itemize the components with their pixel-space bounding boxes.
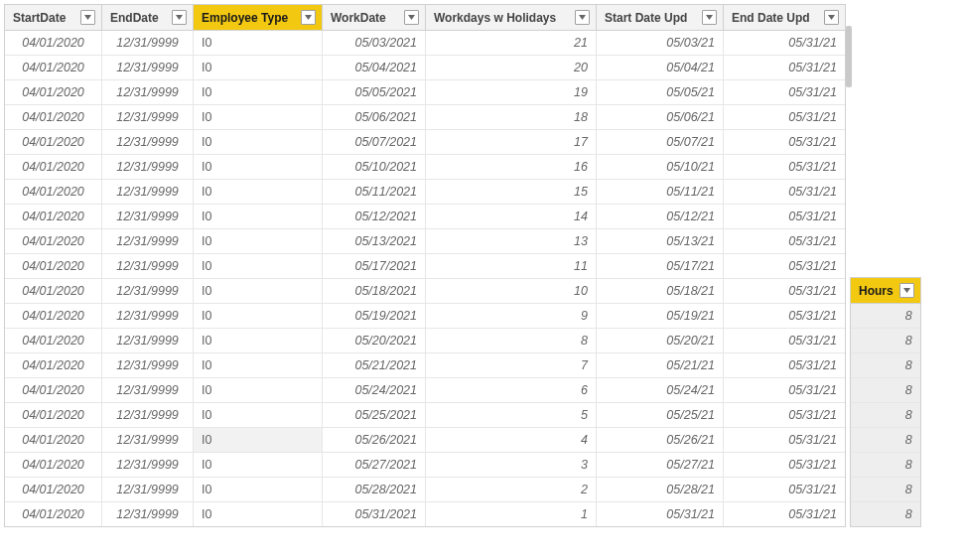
table-row[interactable]: 04/01/202012/31/9999I005/03/20212105/03/… — [5, 31, 845, 56]
cell-emp[interactable]: I0 — [194, 304, 323, 329]
cell-eupd[interactable]: 05/31/21 — [724, 31, 845, 56]
table-row[interactable]: 04/01/202012/31/9999I005/19/2021905/19/2… — [5, 304, 845, 329]
cell-work[interactable]: 05/25/2021 — [323, 403, 426, 428]
cell-supd[interactable]: 05/20/21 — [597, 329, 724, 353]
cell-emp[interactable]: I0 — [194, 229, 323, 254]
col-header-endupd[interactable]: End Date Upd — [724, 5, 845, 31]
cell-end[interactable]: 12/31/9999 — [102, 105, 194, 130]
cell-eupd[interactable]: 05/31/21 — [724, 80, 845, 105]
cell-supd[interactable]: 05/07/21 — [597, 130, 724, 155]
cell-end[interactable]: 12/31/9999 — [102, 378, 194, 403]
cell-start[interactable]: 04/01/2020 — [5, 80, 102, 105]
cell-eupd[interactable]: 05/31/21 — [724, 105, 845, 130]
cell-supd[interactable]: 05/24/21 — [597, 378, 724, 403]
cell-eupd[interactable]: 05/31/21 — [724, 155, 845, 180]
cell-end[interactable]: 12/31/9999 — [102, 229, 194, 254]
cell-end[interactable]: 12/31/9999 — [102, 329, 194, 353]
table-row[interactable]: 8 — [851, 329, 920, 353]
cell-work[interactable]: 05/28/2021 — [323, 478, 426, 502]
table-row[interactable]: 8 — [851, 304, 920, 329]
table-row[interactable]: 04/01/202012/31/9999I005/04/20212005/04/… — [5, 56, 845, 80]
cell-end[interactable]: 12/31/9999 — [102, 353, 194, 378]
filter-dropdown-enddate[interactable] — [172, 10, 187, 25]
cell-work[interactable]: 05/26/2021 — [323, 428, 426, 453]
cell-wd[interactable]: 7 — [426, 353, 597, 378]
cell-hours[interactable]: 8 — [851, 428, 920, 453]
cell-emp[interactable]: I0 — [194, 180, 323, 205]
cell-work[interactable]: 05/17/2021 — [323, 254, 426, 279]
cell-emp[interactable]: I0 — [194, 502, 323, 526]
cell-supd[interactable]: 05/18/21 — [597, 279, 724, 304]
cell-wd[interactable]: 21 — [426, 31, 597, 56]
cell-emp[interactable]: I0 — [194, 205, 323, 229]
cell-emp[interactable]: I0 — [194, 105, 323, 130]
cell-eupd[interactable]: 05/31/21 — [724, 180, 845, 205]
cell-start[interactable]: 04/01/2020 — [5, 403, 102, 428]
table-row[interactable]: 04/01/202012/31/9999I005/26/2021405/26/2… — [5, 428, 845, 453]
col-header-startdate[interactable]: StartDate — [5, 5, 102, 31]
cell-start[interactable]: 04/01/2020 — [5, 130, 102, 155]
cell-hours[interactable]: 8 — [851, 453, 920, 478]
cell-end[interactable]: 12/31/9999 — [102, 403, 194, 428]
table-row[interactable]: 04/01/202012/31/9999I005/28/2021205/28/2… — [5, 478, 845, 502]
cell-emp[interactable]: I0 — [194, 453, 323, 478]
table-row[interactable]: 04/01/202012/31/9999I005/12/20211405/12/… — [5, 205, 845, 229]
cell-end[interactable]: 12/31/9999 — [102, 205, 194, 229]
cell-eupd[interactable]: 05/31/21 — [724, 130, 845, 155]
cell-end[interactable]: 12/31/9999 — [102, 254, 194, 279]
table-row[interactable]: 04/01/202012/31/9999I005/27/2021305/27/2… — [5, 453, 845, 478]
cell-emp[interactable]: I0 — [194, 428, 323, 453]
cell-work[interactable]: 05/05/2021 — [323, 80, 426, 105]
cell-work[interactable]: 05/18/2021 — [323, 279, 426, 304]
cell-wd[interactable]: 9 — [426, 304, 597, 329]
cell-wd[interactable]: 19 — [426, 80, 597, 105]
table-row[interactable]: 8 — [851, 453, 920, 478]
vertical-scrollbar[interactable] — [846, 26, 852, 87]
cell-work[interactable]: 05/31/2021 — [323, 502, 426, 526]
cell-emp[interactable]: I0 — [194, 130, 323, 155]
col-header-employeetype[interactable]: Employee Type — [194, 5, 323, 31]
table-row[interactable]: 04/01/202012/31/9999I005/10/20211605/10/… — [5, 155, 845, 180]
cell-start[interactable]: 04/01/2020 — [5, 353, 102, 378]
cell-end[interactable]: 12/31/9999 — [102, 180, 194, 205]
cell-work[interactable]: 05/19/2021 — [323, 304, 426, 329]
cell-work[interactable]: 05/24/2021 — [323, 378, 426, 403]
cell-start[interactable]: 04/01/2020 — [5, 304, 102, 329]
cell-work[interactable]: 05/07/2021 — [323, 130, 426, 155]
table-row[interactable]: 04/01/202012/31/9999I005/25/2021505/25/2… — [5, 403, 845, 428]
cell-hours[interactable]: 8 — [851, 502, 920, 526]
cell-supd[interactable]: 05/04/21 — [597, 56, 724, 80]
cell-wd[interactable]: 15 — [426, 180, 597, 205]
cell-eupd[interactable]: 05/31/21 — [724, 453, 845, 478]
cell-emp[interactable]: I0 — [194, 403, 323, 428]
filter-dropdown-endupd[interactable] — [824, 10, 839, 25]
cell-end[interactable]: 12/31/9999 — [102, 130, 194, 155]
table-row[interactable]: 04/01/202012/31/9999I005/13/20211305/13/… — [5, 229, 845, 254]
filter-dropdown-workdays[interactable] — [575, 10, 590, 25]
cell-start[interactable]: 04/01/2020 — [5, 502, 102, 526]
cell-hours[interactable]: 8 — [851, 378, 920, 403]
cell-wd[interactable]: 10 — [426, 279, 597, 304]
cell-hours[interactable]: 8 — [851, 478, 920, 502]
cell-start[interactable]: 04/01/2020 — [5, 378, 102, 403]
cell-work[interactable]: 05/12/2021 — [323, 205, 426, 229]
cell-hours[interactable]: 8 — [851, 329, 920, 353]
col-header-hours[interactable]: Hours — [851, 278, 920, 304]
cell-start[interactable]: 04/01/2020 — [5, 478, 102, 502]
cell-eupd[interactable]: 05/31/21 — [724, 229, 845, 254]
col-header-startupd[interactable]: Start Date Upd — [597, 5, 724, 31]
table-row[interactable]: 8 — [851, 353, 920, 378]
col-header-workdays[interactable]: Workdays w Holidays — [426, 5, 597, 31]
table-row[interactable]: 04/01/202012/31/9999I005/06/20211805/06/… — [5, 105, 845, 130]
cell-eupd[interactable]: 05/31/21 — [724, 279, 845, 304]
cell-emp[interactable]: I0 — [194, 329, 323, 353]
cell-eupd[interactable]: 05/31/21 — [724, 56, 845, 80]
cell-work[interactable]: 05/27/2021 — [323, 453, 426, 478]
table-row[interactable]: 04/01/202012/31/9999I005/31/2021105/31/2… — [5, 502, 845, 526]
cell-wd[interactable]: 16 — [426, 155, 597, 180]
col-header-enddate[interactable]: EndDate — [102, 5, 194, 31]
cell-wd[interactable]: 3 — [426, 453, 597, 478]
cell-eupd[interactable]: 05/31/21 — [724, 353, 845, 378]
cell-end[interactable]: 12/31/9999 — [102, 453, 194, 478]
cell-emp[interactable]: I0 — [194, 80, 323, 105]
